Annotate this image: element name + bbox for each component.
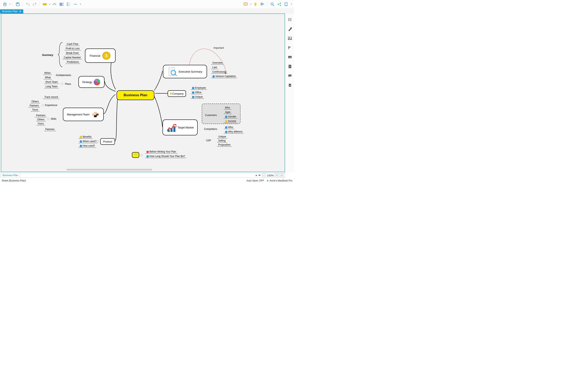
close-icon[interactable]: ✕ xyxy=(19,10,21,13)
leaf[interactable]: Continuously xyxy=(211,70,228,74)
group-customers[interactable]: Customers xyxy=(205,114,217,117)
home-icon[interactable] xyxy=(2,1,8,7)
leaf[interactable]: Break Even xyxy=(65,51,80,55)
leaf[interactable]: Why different xyxy=(224,130,243,133)
zoom-in-button[interactable]: + xyxy=(275,174,279,177)
presentation-icon[interactable] xyxy=(243,1,249,7)
leaf[interactable]: Track record xyxy=(43,95,59,99)
topic-product[interactable]: Product xyxy=(100,138,115,145)
horizontal-scrollbar[interactable] xyxy=(67,169,152,170)
sheet-tab[interactable]: Business Plan xyxy=(1,173,20,177)
side-panel: Aa xyxy=(286,13,294,172)
topic-icon[interactable] xyxy=(42,1,48,7)
svg-point-22 xyxy=(280,5,281,6)
canvas[interactable]: Business Plan Financial $ Cash Flow Prof… xyxy=(1,13,285,172)
leaf[interactable]: Cash Flow xyxy=(66,42,80,46)
floating-topic[interactable]: “” xyxy=(132,152,139,158)
summary-brace-icon[interactable] xyxy=(66,1,71,7)
topic-target-market[interactable]: Target Market xyxy=(163,119,198,135)
group-usp[interactable]: USP xyxy=(206,139,211,142)
leaf[interactable]: Capital Needed xyxy=(62,56,82,59)
leaf[interactable]: Ages xyxy=(224,110,232,114)
idea-icon[interactable] xyxy=(252,1,258,7)
zoom-level: 100% xyxy=(267,174,274,177)
topic-management[interactable]: Management Team xyxy=(63,108,104,121)
main-toolbar xyxy=(0,0,294,8)
svg-point-20 xyxy=(278,4,279,5)
leaf[interactable]: Selling xyxy=(217,139,227,142)
group-plans[interactable]: Plans xyxy=(65,83,71,85)
leaf[interactable]: Employee xyxy=(191,86,207,90)
leaf[interactable]: When xyxy=(43,71,52,75)
relationship-label[interactable]: Important xyxy=(214,47,224,49)
leaf[interactable]: Partners xyxy=(35,114,47,117)
leaf[interactable]: Partners xyxy=(28,104,40,108)
topic-financial[interactable]: Financial $ xyxy=(85,49,116,63)
document-tab[interactable]: Business Plan ✕ xyxy=(0,9,23,13)
leaf[interactable]: Yours xyxy=(36,122,45,125)
leaf[interactable]: Overview xyxy=(211,61,224,65)
leaf[interactable]: Short Team xyxy=(44,80,59,84)
image-icon[interactable] xyxy=(287,36,292,41)
leaf[interactable]: Unique xyxy=(191,95,204,99)
marker-icon[interactable] xyxy=(287,45,292,50)
center-topic[interactable]: Business Plan xyxy=(117,90,154,100)
leaf[interactable]: Before Writing Your Plan xyxy=(145,150,177,154)
leaf[interactable]: Long Team xyxy=(44,85,59,88)
leaf[interactable]: Proposition xyxy=(217,143,232,147)
leaf[interactable]: Office xyxy=(191,91,203,94)
svg-text:$: $ xyxy=(105,53,107,58)
boundary-icon[interactable] xyxy=(59,1,64,7)
group-competitors[interactable]: Competitors xyxy=(204,128,217,131)
zoom-out-button[interactable]: − xyxy=(262,174,266,177)
topic-company[interactable]: Company xyxy=(168,90,186,97)
redo-icon[interactable] xyxy=(32,1,38,7)
leaf[interactable]: When used? xyxy=(78,140,98,143)
topic-executive-summary[interactable]: Executive Summary xyxy=(163,65,207,78)
format-icon[interactable] xyxy=(287,26,292,31)
leaf[interactable]: How used? xyxy=(78,144,96,148)
gantt-icon[interactable] xyxy=(259,1,265,7)
relationship-icon[interactable] xyxy=(52,1,57,7)
leaf[interactable]: Profit & Loss xyxy=(65,47,81,50)
font-icon[interactable]: Aa xyxy=(287,55,292,59)
outline-icon[interactable] xyxy=(287,17,292,22)
leaf[interactable]: What xyxy=(44,76,52,79)
leaf[interactable]: Unique xyxy=(217,135,227,138)
fit-button[interactable]: ⤢ xyxy=(280,174,284,177)
task-icon[interactable] xyxy=(287,83,292,88)
leaf[interactable]: Others xyxy=(36,118,46,121)
group-skills[interactable]: Skills xyxy=(51,117,56,120)
leaf[interactable]: Who xyxy=(224,125,234,129)
leaf[interactable]: Last xyxy=(211,66,218,69)
svg-rect-15 xyxy=(261,3,263,3)
leaf[interactable]: Benefits xyxy=(78,135,93,139)
autosave-status: Auto Save: OFF xyxy=(246,179,264,182)
leaf[interactable]: Venture Capitalists xyxy=(211,75,237,78)
comments-icon[interactable] xyxy=(287,73,292,78)
leaf[interactable]: Others xyxy=(30,100,40,103)
more-icon[interactable] xyxy=(72,1,78,7)
visibility-icon[interactable]: 👁 xyxy=(258,174,261,177)
leaf[interactable]: Partners xyxy=(44,128,56,131)
notes-icon[interactable] xyxy=(287,64,292,69)
undo-icon[interactable] xyxy=(25,1,31,7)
save-icon[interactable] xyxy=(15,1,21,7)
leaf[interactable]: Income xyxy=(224,119,237,123)
topic-strategy[interactable]: Strategy xyxy=(78,76,104,88)
group-achievements[interactable]: Achievements xyxy=(56,74,71,77)
leaf[interactable]: How Long Should Your Plan Be? xyxy=(145,155,186,158)
filter-icon[interactable]: ▾ xyxy=(256,174,257,177)
leaf[interactable]: Gender xyxy=(224,115,237,118)
export-icon[interactable] xyxy=(283,1,289,7)
share-icon[interactable] xyxy=(277,1,282,7)
leaf[interactable]: Yours xyxy=(31,108,39,111)
group-experience[interactable]: Experience xyxy=(45,104,57,107)
svg-point-45 xyxy=(288,20,289,21)
svg-rect-25 xyxy=(285,2,287,6)
tab-title: Business Plan xyxy=(2,10,17,13)
leaf[interactable]: Predictions xyxy=(66,60,80,64)
search-icon[interactable] xyxy=(269,1,275,7)
svg-point-18 xyxy=(271,3,273,5)
leaf[interactable]: Who xyxy=(224,106,231,109)
